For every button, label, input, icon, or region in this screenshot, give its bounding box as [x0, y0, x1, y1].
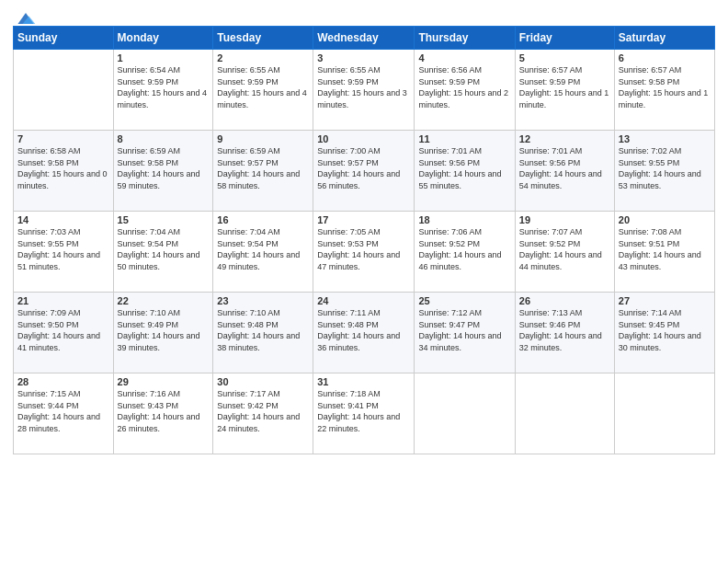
- day-number: 27: [619, 295, 711, 306]
- day-number: 29: [118, 376, 210, 387]
- day-info: Sunrise: 6:55 AMSunset: 9:59 PMDaylight:…: [317, 64, 410, 110]
- day-number: 4: [418, 52, 510, 63]
- day-info: Sunrise: 7:07 AMSunset: 9:52 PMDaylight:…: [519, 226, 610, 272]
- day-info: Sunrise: 7:04 AMSunset: 9:54 PMDaylight:…: [217, 226, 309, 272]
- calendar-cell: 5Sunrise: 6:57 AMSunset: 9:59 PMDaylight…: [515, 50, 614, 131]
- calendar-cell: 30Sunrise: 7:17 AMSunset: 9:42 PMDayligh…: [213, 373, 313, 454]
- day-info: Sunrise: 6:54 AMSunset: 9:59 PMDaylight:…: [118, 64, 210, 110]
- day-number: 8: [118, 133, 210, 144]
- day-number: 26: [519, 295, 610, 306]
- calendar-cell: [415, 373, 515, 454]
- day-number: 9: [217, 133, 309, 144]
- day-info: Sunrise: 7:17 AMSunset: 9:42 PMDaylight:…: [217, 388, 309, 434]
- calendar-week-row: 1Sunrise: 6:54 AMSunset: 9:59 PMDaylight…: [14, 50, 715, 131]
- calendar-header-cell: Thursday: [415, 27, 515, 50]
- day-number: 12: [519, 133, 610, 144]
- day-number: 14: [17, 214, 109, 225]
- day-info: Sunrise: 7:06 AMSunset: 9:52 PMDaylight:…: [418, 226, 510, 272]
- day-info: Sunrise: 7:18 AMSunset: 9:41 PMDaylight:…: [317, 388, 410, 434]
- logo: [13, 9, 37, 22]
- calendar-week-row: 14Sunrise: 7:03 AMSunset: 9:55 PMDayligh…: [14, 212, 715, 293]
- calendar-cell: 9Sunrise: 6:59 AMSunset: 9:57 PMDaylight…: [213, 131, 313, 212]
- calendar-cell: 14Sunrise: 7:03 AMSunset: 9:55 PMDayligh…: [14, 212, 114, 293]
- day-number: 18: [418, 214, 510, 225]
- day-number: 24: [317, 295, 410, 306]
- calendar-cell: 17Sunrise: 7:05 AMSunset: 9:53 PMDayligh…: [313, 212, 415, 293]
- calendar-header-cell: Wednesday: [313, 27, 415, 50]
- calendar-cell: 20Sunrise: 7:08 AMSunset: 9:51 PMDayligh…: [614, 212, 714, 293]
- calendar-cell: 23Sunrise: 7:10 AMSunset: 9:48 PMDayligh…: [213, 293, 313, 373]
- calendar-header-cell: Friday: [515, 27, 614, 50]
- calendar-week-row: 21Sunrise: 7:09 AMSunset: 9:50 PMDayligh…: [14, 293, 715, 373]
- calendar-header-cell: Saturday: [614, 27, 714, 50]
- day-info: Sunrise: 7:01 AMSunset: 9:56 PMDaylight:…: [519, 145, 610, 191]
- calendar-cell: 11Sunrise: 7:01 AMSunset: 9:56 PMDayligh…: [415, 131, 515, 212]
- calendar-cell: 7Sunrise: 6:58 AMSunset: 9:58 PMDaylight…: [14, 131, 114, 212]
- day-number: 7: [17, 133, 109, 144]
- day-number: 1: [118, 52, 210, 63]
- logo-icon: [15, 9, 37, 28]
- day-info: Sunrise: 7:10 AMSunset: 9:49 PMDaylight:…: [118, 307, 210, 353]
- header: [13, 9, 715, 22]
- day-info: Sunrise: 7:13 AMSunset: 9:46 PMDaylight:…: [519, 307, 610, 353]
- calendar-cell: 16Sunrise: 7:04 AMSunset: 9:54 PMDayligh…: [213, 212, 313, 293]
- calendar-week-row: 7Sunrise: 6:58 AMSunset: 9:58 PMDaylight…: [14, 131, 715, 212]
- day-info: Sunrise: 7:01 AMSunset: 9:56 PMDaylight:…: [418, 145, 510, 191]
- calendar-cell: 6Sunrise: 6:57 AMSunset: 9:58 PMDaylight…: [614, 50, 714, 131]
- calendar-cell: [14, 50, 114, 131]
- day-number: 22: [118, 295, 210, 306]
- day-info: Sunrise: 6:57 AMSunset: 9:58 PMDaylight:…: [619, 64, 711, 110]
- day-number: 30: [217, 376, 309, 387]
- day-info: Sunrise: 6:57 AMSunset: 9:59 PMDaylight:…: [519, 64, 610, 110]
- calendar-cell: [614, 373, 714, 454]
- calendar-cell: 18Sunrise: 7:06 AMSunset: 9:52 PMDayligh…: [415, 212, 515, 293]
- day-info: Sunrise: 6:58 AMSunset: 9:58 PMDaylight:…: [17, 145, 109, 191]
- calendar-cell: 27Sunrise: 7:14 AMSunset: 9:45 PMDayligh…: [614, 293, 714, 373]
- calendar-cell: 24Sunrise: 7:11 AMSunset: 9:48 PMDayligh…: [313, 293, 415, 373]
- day-info: Sunrise: 6:59 AMSunset: 9:57 PMDaylight:…: [217, 145, 309, 191]
- calendar-cell: 25Sunrise: 7:12 AMSunset: 9:47 PMDayligh…: [415, 293, 515, 373]
- calendar-cell: 3Sunrise: 6:55 AMSunset: 9:59 PMDaylight…: [313, 50, 415, 131]
- calendar-cell: 8Sunrise: 6:59 AMSunset: 9:58 PMDaylight…: [113, 131, 213, 212]
- day-number: 31: [317, 376, 410, 387]
- calendar-week-row: 28Sunrise: 7:15 AMSunset: 9:44 PMDayligh…: [14, 373, 715, 454]
- day-info: Sunrise: 7:12 AMSunset: 9:47 PMDaylight:…: [418, 307, 510, 353]
- calendar-cell: 31Sunrise: 7:18 AMSunset: 9:41 PMDayligh…: [313, 373, 415, 454]
- day-number: 3: [317, 52, 410, 63]
- calendar-cell: 2Sunrise: 6:55 AMSunset: 9:59 PMDaylight…: [213, 50, 313, 131]
- calendar-header-cell: Monday: [113, 27, 213, 50]
- day-info: Sunrise: 7:02 AMSunset: 9:55 PMDaylight:…: [619, 145, 711, 191]
- day-info: Sunrise: 7:00 AMSunset: 9:57 PMDaylight:…: [317, 145, 410, 191]
- calendar-cell: 28Sunrise: 7:15 AMSunset: 9:44 PMDayligh…: [14, 373, 114, 454]
- day-info: Sunrise: 6:55 AMSunset: 9:59 PMDaylight:…: [217, 64, 309, 110]
- day-number: 16: [217, 214, 309, 225]
- page-container: SundayMondayTuesdayWednesdayThursdayFrid…: [0, 0, 728, 563]
- day-number: 5: [519, 52, 610, 63]
- day-info: Sunrise: 7:09 AMSunset: 9:50 PMDaylight:…: [17, 307, 109, 353]
- calendar-cell: 1Sunrise: 6:54 AMSunset: 9:59 PMDaylight…: [113, 50, 213, 131]
- day-number: 21: [17, 295, 109, 306]
- day-number: 25: [418, 295, 510, 306]
- day-number: 19: [519, 214, 610, 225]
- day-info: Sunrise: 7:11 AMSunset: 9:48 PMDaylight:…: [317, 307, 410, 353]
- day-info: Sunrise: 7:15 AMSunset: 9:44 PMDaylight:…: [17, 388, 109, 434]
- calendar-cell: 21Sunrise: 7:09 AMSunset: 9:50 PMDayligh…: [14, 293, 114, 373]
- day-number: 6: [619, 52, 711, 63]
- day-number: 28: [17, 376, 109, 387]
- calendar-cell: 26Sunrise: 7:13 AMSunset: 9:46 PMDayligh…: [515, 293, 614, 373]
- calendar-cell: 13Sunrise: 7:02 AMSunset: 9:55 PMDayligh…: [614, 131, 714, 212]
- calendar-cell: 10Sunrise: 7:00 AMSunset: 9:57 PMDayligh…: [313, 131, 415, 212]
- day-number: 13: [619, 133, 711, 144]
- calendar-cell: 15Sunrise: 7:04 AMSunset: 9:54 PMDayligh…: [113, 212, 213, 293]
- calendar-cell: 29Sunrise: 7:16 AMSunset: 9:43 PMDayligh…: [113, 373, 213, 454]
- calendar-table: SundayMondayTuesdayWednesdayThursdayFrid…: [13, 26, 715, 454]
- day-number: 20: [619, 214, 711, 225]
- day-number: 2: [217, 52, 309, 63]
- calendar-cell: 22Sunrise: 7:10 AMSunset: 9:49 PMDayligh…: [113, 293, 213, 373]
- day-info: Sunrise: 7:14 AMSunset: 9:45 PMDaylight:…: [619, 307, 711, 353]
- day-number: 15: [118, 214, 210, 225]
- calendar-header-row: SundayMondayTuesdayWednesdayThursdayFrid…: [14, 27, 715, 50]
- calendar-cell: [515, 373, 614, 454]
- calendar-cell: 4Sunrise: 6:56 AMSunset: 9:59 PMDaylight…: [415, 50, 515, 131]
- calendar-header-cell: Sunday: [14, 27, 114, 50]
